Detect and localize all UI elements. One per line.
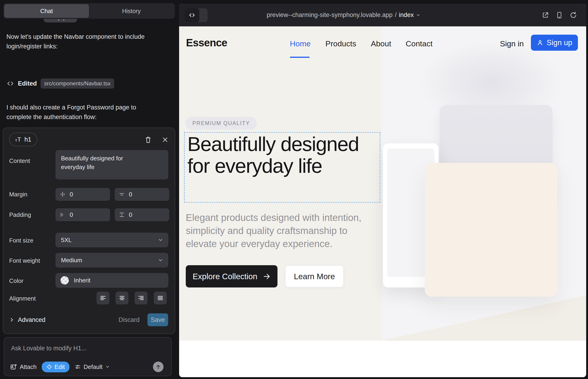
margin-horizontal-icon bbox=[60, 191, 66, 197]
align-center-icon bbox=[119, 295, 125, 301]
chevron-down-icon bbox=[158, 237, 163, 243]
signin-link[interactable]: Sign in bbox=[500, 39, 524, 48]
composer-placeholder: Ask Lovable to modify H1... bbox=[11, 345, 86, 352]
align-right-button[interactable] bbox=[135, 292, 147, 304]
padding-y-input[interactable]: 0 bbox=[115, 208, 169, 221]
attach-image-icon bbox=[10, 363, 17, 370]
margin-vertical-icon bbox=[119, 191, 125, 197]
delete-element-button[interactable] bbox=[144, 136, 152, 144]
chevron-down-icon bbox=[105, 364, 110, 369]
padding-vertical-icon bbox=[119, 212, 125, 218]
align-center-button[interactable] bbox=[116, 292, 128, 304]
mobile-view-button[interactable] bbox=[556, 12, 563, 19]
open-in-new-tab-button[interactable] bbox=[542, 12, 549, 19]
discard-button[interactable]: Discard bbox=[119, 313, 140, 327]
chevron-right-icon bbox=[9, 317, 14, 322]
align-right-icon bbox=[138, 295, 144, 301]
nav-products[interactable]: Products bbox=[325, 39, 356, 48]
align-justify-icon bbox=[157, 295, 164, 301]
font-weight-select[interactable]: Medium bbox=[56, 253, 168, 268]
code-preview-toggle[interactable] bbox=[185, 8, 208, 22]
site-viewport: Essence Home Products About Contact Sign… bbox=[179, 26, 586, 377]
trash-icon bbox=[145, 136, 152, 143]
sliders-icon bbox=[75, 364, 81, 370]
url-page: index bbox=[399, 12, 414, 19]
attach-button[interactable]: Attach bbox=[10, 363, 37, 371]
close-icon bbox=[162, 137, 168, 143]
padding-x-input[interactable]: 0 bbox=[56, 208, 110, 221]
edited-label: Edited bbox=[18, 80, 37, 87]
margin-x-input[interactable]: 0 bbox=[56, 188, 110, 201]
url-separator: / bbox=[395, 12, 397, 19]
site-navbar: Essence Home Products About Contact Sign… bbox=[179, 26, 586, 61]
element-tag: h1 bbox=[25, 136, 31, 143]
align-justify-button[interactable] bbox=[154, 292, 167, 304]
target-icon bbox=[46, 364, 52, 370]
color-swatch bbox=[61, 276, 69, 284]
nav-home-underline bbox=[290, 57, 309, 58]
edit-mode-button[interactable]: Edit bbox=[42, 362, 69, 372]
content-label: Content bbox=[9, 157, 30, 164]
code-icon bbox=[188, 12, 195, 19]
user-icon bbox=[537, 39, 543, 46]
url-host: preview--charming-site-symphony.lovable.… bbox=[267, 12, 393, 19]
edited-file-row: Edited src/components/Navbar.tsx bbox=[6, 78, 114, 90]
chevron-down-icon bbox=[158, 257, 163, 263]
type-icon: тT bbox=[15, 136, 21, 143]
h1-selection-outline[interactable]: Beautifully designed for everyday life bbox=[184, 132, 380, 203]
tab-history[interactable]: History bbox=[89, 4, 174, 18]
hero-headline[interactable]: Beautifully designed for everyday life bbox=[187, 133, 371, 177]
close-panel-button[interactable] bbox=[161, 136, 169, 144]
external-link-icon bbox=[542, 12, 549, 19]
url-bar[interactable]: preview--charming-site-symphony.lovable.… bbox=[267, 4, 421, 26]
hero-description: Elegant products designed with intention… bbox=[186, 211, 374, 250]
browser-chrome: preview--charming-site-symphony.lovable.… bbox=[179, 4, 586, 26]
model-default-select[interactable]: Default bbox=[75, 363, 110, 371]
selected-element-chip: тT h1 bbox=[9, 133, 37, 146]
signup-button[interactable]: Sign up bbox=[531, 35, 578, 51]
sidebar-tabs: Chat History bbox=[3, 3, 175, 19]
tab-chat[interactable]: Chat bbox=[4, 4, 89, 18]
refresh-button[interactable] bbox=[570, 12, 577, 19]
code-icon bbox=[6, 79, 14, 87]
align-left-icon bbox=[100, 295, 107, 301]
chevron-down-icon bbox=[416, 13, 421, 17]
app-window: Chat History Now let's update the Navbar… bbox=[0, 0, 588, 379]
font-weight-label: Font weight bbox=[9, 257, 40, 264]
margin-label: Margin bbox=[9, 191, 27, 198]
preview-browser: preview--charming-site-symphony.lovable.… bbox=[179, 4, 586, 377]
margin-y-input[interactable]: 0 bbox=[115, 188, 169, 201]
element-editor-panel: тT h1 Content Beautifully designed for e… bbox=[3, 127, 175, 334]
learn-more-button[interactable]: Learn More bbox=[285, 265, 344, 287]
font-size-label: Font size bbox=[9, 237, 33, 244]
explore-collection-button[interactable]: Explore Collection bbox=[186, 265, 278, 287]
smartphone-icon bbox=[556, 12, 563, 19]
scrolled-chip-partial bbox=[44, 19, 77, 22]
content-input[interactable]: Beautifully designed for everyday life bbox=[56, 150, 168, 179]
font-size-select[interactable]: 5XL bbox=[56, 233, 168, 247]
save-button[interactable]: Save bbox=[147, 313, 168, 326]
premium-badge: PREMIUM QUALITY bbox=[186, 117, 257, 130]
nav-home[interactable]: Home bbox=[290, 39, 311, 48]
refresh-icon bbox=[570, 12, 577, 19]
nav-about[interactable]: About bbox=[371, 39, 391, 48]
file-chip[interactable]: src/components/Navbar.tsx bbox=[41, 79, 114, 89]
nav-contact[interactable]: Contact bbox=[406, 39, 433, 48]
color-select[interactable]: Inherit bbox=[56, 273, 168, 288]
align-left-button[interactable] bbox=[96, 292, 109, 304]
chat-message: I should also create a Forgot Password p… bbox=[6, 103, 158, 122]
alignment-label: Alignment bbox=[9, 295, 36, 302]
chat-message: Now let's update the Navbar component to… bbox=[6, 32, 158, 51]
chat-sidebar: Chat History Now let's update the Navbar… bbox=[0, 0, 179, 379]
decor-card-cream bbox=[425, 163, 557, 297]
send-button[interactable] bbox=[153, 362, 164, 372]
padding-horizontal-icon bbox=[60, 212, 66, 218]
code-segment[interactable] bbox=[185, 8, 199, 22]
color-label: Color bbox=[9, 277, 23, 284]
arrow-right-icon bbox=[263, 272, 271, 280]
padding-label: Padding bbox=[9, 211, 31, 218]
hero-section: Essence Home Products About Contact Sign… bbox=[179, 26, 586, 341]
site-logo[interactable]: Essence bbox=[186, 36, 227, 49]
advanced-toggle[interactable]: Advanced bbox=[9, 313, 46, 327]
chat-composer[interactable]: Ask Lovable to modify H1... Attach Edit … bbox=[4, 337, 172, 376]
